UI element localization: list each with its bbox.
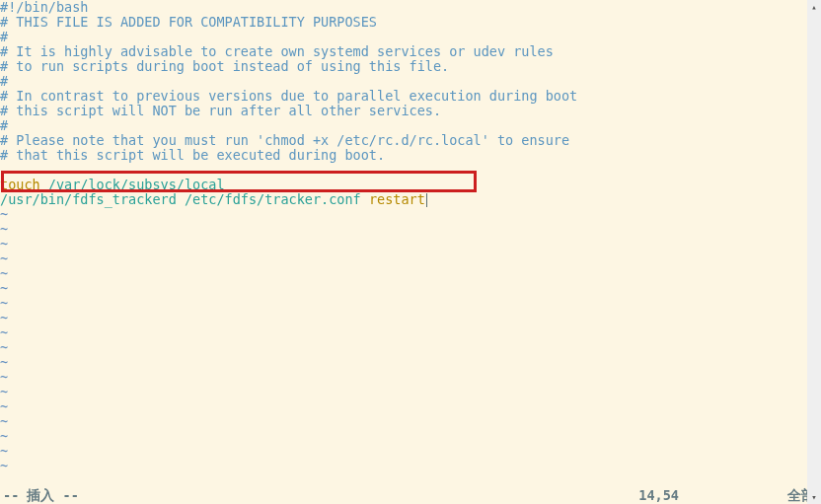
vertical-scrollbar[interactable]: ▴ ▾	[807, 0, 821, 504]
empty-line-tilde: ~	[0, 459, 821, 473]
comment-text: # In contrast to previous versions due t…	[0, 88, 577, 104]
editor-line[interactable]: # It is highly advisable to create own s…	[0, 44, 821, 59]
editor-line[interactable]: # Please note that you must run 'chmod +…	[0, 133, 821, 148]
comment-text: #!/bin/bash	[0, 0, 88, 15]
comment-text: #	[0, 117, 8, 133]
command-keyword: touch	[0, 177, 40, 192]
command-path: /var/lock/subsys/local	[40, 177, 225, 192]
empty-line-tilde: ~	[0, 266, 821, 281]
editor-line[interactable]: # to run scripts during boot instead of …	[0, 59, 821, 74]
comment-text: #	[0, 73, 8, 89]
editor-line[interactable]: #	[0, 74, 821, 89]
comment-text: # It is highly advisable to create own s…	[0, 43, 554, 59]
empty-line-tilde: ~	[0, 340, 821, 355]
empty-line-tilde: ~	[0, 355, 821, 370]
empty-line-tilde: ~	[0, 311, 821, 325]
empty-line-tilde: ~	[0, 370, 821, 385]
scrollbar-trough[interactable]	[807, 14, 821, 490]
vim-status-bar: -- 插入 -- 14,54 全部	[0, 488, 821, 504]
comment-text: # Please note that you must run 'chmod +…	[0, 132, 569, 148]
status-spacer	[79, 488, 639, 504]
editor-line[interactable]: #	[0, 118, 821, 133]
comment-text: #	[0, 29, 8, 44]
editor-line[interactable]	[0, 163, 821, 178]
empty-line-tilde: ~	[0, 385, 821, 399]
editor-line[interactable]: #!/bin/bash	[0, 0, 821, 15]
scroll-down-arrow-icon[interactable]: ▾	[807, 490, 821, 504]
comment-text: # this script will NOT be run after all …	[0, 103, 441, 118]
empty-line-tilde: ~	[0, 325, 821, 340]
command-path: /usr/bin/fdfs_trackerd /etc/fdfs/tracker…	[0, 191, 369, 207]
empty-line-tilde: ~	[0, 281, 821, 296]
empty-line-tilde: ~	[0, 444, 821, 459]
scroll-up-arrow-icon[interactable]: ▴	[807, 0, 821, 14]
empty-line-tilde: ~	[0, 414, 821, 429]
editor-line[interactable]: # that this script will be executed duri…	[0, 148, 821, 163]
empty-line-tilde: ~	[0, 399, 821, 414]
vim-mode-indicator: -- 插入 --	[3, 488, 79, 504]
empty-line-tilde: ~	[0, 252, 821, 266]
editor-line[interactable]: #	[0, 30, 821, 44]
editor-line[interactable]: /usr/bin/fdfs_trackerd /etc/fdfs/tracker…	[0, 192, 821, 207]
editor-line[interactable]: touch /var/lock/subsys/local	[0, 178, 821, 192]
editor-line[interactable]: # THIS FILE IS ADDED FOR COMPATIBILITY P…	[0, 15, 821, 30]
comment-text: # THIS FILE IS ADDED FOR COMPATIBILITY P…	[0, 14, 377, 30]
empty-line-tilde: ~	[0, 296, 821, 311]
text-cursor	[426, 193, 427, 207]
empty-line-tilde: ~	[0, 207, 821, 222]
editor-line[interactable]: # In contrast to previous versions due t…	[0, 89, 821, 104]
cursor-position: 14,54	[638, 488, 787, 504]
empty-line-tilde: ~	[0, 222, 821, 237]
comment-text: # that this script will be executed duri…	[0, 147, 385, 163]
editor-viewport[interactable]: #!/bin/bash# THIS FILE IS ADDED FOR COMP…	[0, 0, 821, 473]
empty-line-tilde: ~	[0, 237, 821, 252]
command-keyword: restart	[369, 191, 425, 207]
empty-line-tilde: ~	[0, 429, 821, 444]
editor-line[interactable]: # this script will NOT be run after all …	[0, 104, 821, 118]
comment-text: # to run scripts during boot instead of …	[0, 58, 449, 74]
